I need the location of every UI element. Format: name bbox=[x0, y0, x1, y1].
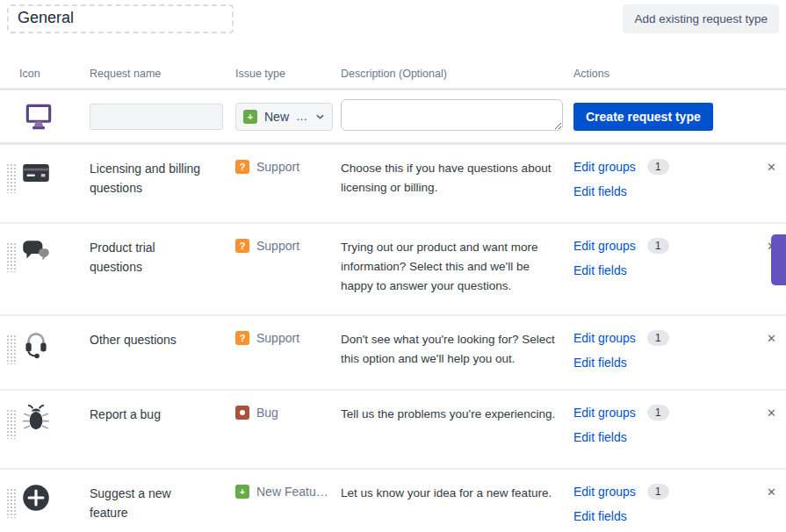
add-existing-request-type-button[interactable]: Add existing request type bbox=[623, 4, 779, 33]
top-bar: General Add existing request type bbox=[0, 0, 786, 33]
edit-groups-link[interactable]: Edit groups bbox=[573, 485, 636, 499]
request-type-row: Suggest a new feature + New Featu… Let u… bbox=[0, 470, 786, 532]
drag-handle-icon[interactable] bbox=[6, 488, 16, 518]
column-header-request-name: Request name bbox=[90, 68, 233, 80]
drag-handle-icon[interactable] bbox=[6, 242, 16, 272]
issue-type-truncation: … bbox=[296, 110, 308, 123]
request-description: Choose this if you have questions about … bbox=[341, 156, 562, 198]
request-type-row: Other questions ? Support Don't see what… bbox=[0, 316, 786, 391]
issue-type-label: New Featu… bbox=[256, 485, 328, 499]
group-title-field[interactable]: General bbox=[7, 4, 234, 33]
request-description: Trying out our product and want more inf… bbox=[341, 235, 562, 296]
request-description: Don't see what you're looking for? Selec… bbox=[341, 327, 562, 369]
edit-groups-link[interactable]: Edit groups bbox=[573, 239, 636, 253]
request-description: Tell us the problems you're experiencing… bbox=[341, 402, 562, 424]
new-feature-type-icon: + bbox=[243, 110, 257, 124]
groups-count-badge: 1 bbox=[647, 159, 669, 175]
edit-fields-link[interactable]: Edit fields bbox=[573, 430, 627, 444]
column-header-icon: Icon bbox=[19, 68, 90, 80]
chevron-down-icon bbox=[315, 111, 325, 122]
column-header-description: Description (Optional) bbox=[338, 68, 568, 80]
edit-fields-link[interactable]: Edit fields bbox=[573, 184, 627, 198]
edit-groups-link[interactable]: Edit groups bbox=[573, 160, 636, 174]
issue-type-dropdown[interactable]: + New … bbox=[235, 103, 333, 131]
table-header-row: Icon Request name Issue type Description… bbox=[0, 68, 786, 90]
bug-icon bbox=[19, 402, 53, 435]
request-name: Report a bug bbox=[90, 402, 209, 468]
drag-handle-icon[interactable] bbox=[6, 409, 16, 439]
request-description: Let us know your idea for a new feature. bbox=[341, 481, 562, 503]
description-input[interactable] bbox=[341, 99, 563, 131]
remove-request-type-icon[interactable]: ✕ bbox=[767, 481, 776, 499]
groups-count-badge: 1 bbox=[647, 238, 669, 254]
groups-count-badge: 1 bbox=[647, 330, 669, 346]
request-name-input[interactable] bbox=[90, 104, 223, 130]
request-name: Other questions bbox=[90, 327, 209, 389]
edit-fields-link[interactable]: Edit fields bbox=[573, 356, 627, 370]
issue-type-label: Support bbox=[256, 160, 299, 174]
edit-fields-link[interactable]: Edit fields bbox=[573, 263, 627, 277]
credit-card-icon bbox=[19, 156, 53, 190]
bug-type-icon bbox=[235, 406, 249, 420]
plus-circle-icon bbox=[19, 481, 53, 514]
request-type-row: Licensing and billing questions ? Suppor… bbox=[0, 145, 786, 224]
issue-type-label: Support bbox=[256, 331, 299, 345]
support-type-icon: ? bbox=[235, 160, 249, 174]
remove-request-type-icon[interactable]: ✕ bbox=[767, 327, 776, 345]
request-name: Licensing and billing questions bbox=[90, 156, 209, 222]
drag-handle-icon[interactable] bbox=[6, 163, 16, 193]
request-name: Suggest a new feature bbox=[90, 481, 209, 532]
headset-icon bbox=[19, 327, 53, 361]
request-type-row: Report a bug Bug Tell us the problems yo… bbox=[0, 391, 786, 470]
edit-groups-link[interactable]: Edit groups bbox=[573, 406, 636, 420]
groups-count-badge: 1 bbox=[647, 484, 669, 500]
drag-handle-icon[interactable] bbox=[6, 334, 16, 364]
request-types-settings-page: General Add existing request type Icon R… bbox=[0, 0, 786, 532]
request-name: Product trial questions bbox=[90, 235, 209, 314]
issue-type-label: Support bbox=[256, 239, 299, 253]
new-feature-type-icon: + bbox=[235, 485, 249, 499]
edit-groups-link[interactable]: Edit groups bbox=[573, 331, 636, 345]
edit-fields-link[interactable]: Edit fields bbox=[573, 509, 627, 523]
icon-picker[interactable] bbox=[19, 100, 90, 133]
remove-request-type-icon[interactable]: ✕ bbox=[767, 402, 776, 420]
support-type-icon: ? bbox=[235, 239, 249, 253]
issue-type-selected-value: New bbox=[264, 110, 289, 124]
request-type-row: Product trial questions ? Support Trying… bbox=[0, 224, 786, 316]
issue-type-label: Bug bbox=[256, 406, 278, 420]
column-header-actions: Actions bbox=[568, 68, 767, 80]
create-request-type-row: + New … Create request type bbox=[0, 90, 786, 145]
remove-request-type-icon[interactable]: ✕ bbox=[767, 156, 776, 174]
speech-bubbles-icon bbox=[19, 235, 53, 269]
support-type-icon: ? bbox=[235, 331, 249, 345]
monitor-icon bbox=[22, 100, 55, 133]
create-request-type-button[interactable]: Create request type bbox=[573, 103, 713, 131]
side-panel-tab[interactable] bbox=[771, 234, 786, 285]
column-header-issue-type: Issue type bbox=[233, 68, 338, 80]
groups-count-badge: 1 bbox=[647, 405, 669, 421]
